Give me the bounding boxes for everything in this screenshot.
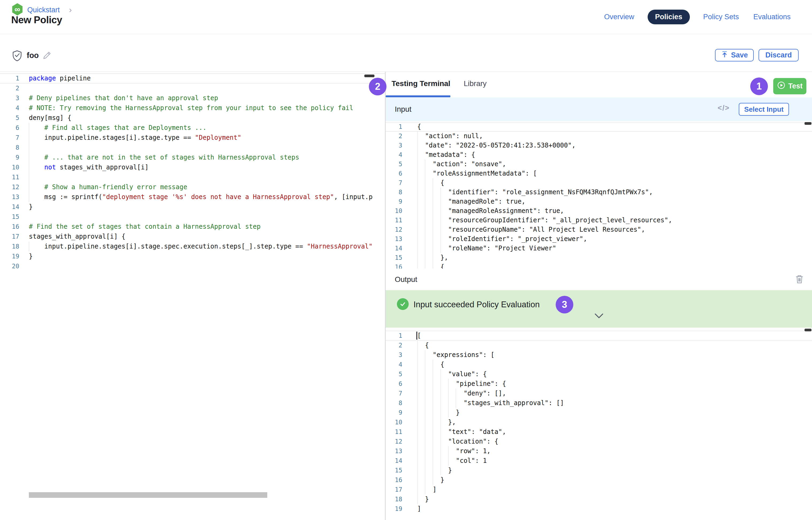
code-line[interactable]: 3 "expressions": [ <box>386 350 812 360</box>
indent-guide <box>29 172 29 182</box>
code-line[interactable]: 9 # ... that are not in the set of stage… <box>0 153 385 162</box>
code-line[interactable]: 10 }, <box>386 417 812 427</box>
code-line[interactable]: 6 "pipeline": { <box>386 379 812 389</box>
code-line[interactable]: 7 "deny": [], <box>386 389 812 398</box>
code-line[interactable]: 19] <box>386 504 812 514</box>
indent-guide <box>433 379 433 389</box>
nav-item-policy-sets[interactable]: Policy Sets <box>702 9 740 24</box>
code-line[interactable]: 19} <box>0 252 385 261</box>
code-line[interactable]: 9 "managedRole": true, <box>386 197 812 206</box>
code-line[interactable]: 14 "col": 1 <box>386 456 812 466</box>
code-line[interactable]: 4 { <box>386 360 812 369</box>
code-line[interactable]: 18 input.pipeline.stages[i].stage.spec.e… <box>0 241 385 252</box>
indent-guide <box>417 475 417 485</box>
edit-pencil-icon[interactable] <box>42 51 52 61</box>
code-line[interactable]: 8 <box>0 143 385 153</box>
indent-guide <box>425 169 425 178</box>
code-line[interactable]: 7 { <box>386 178 812 188</box>
indent-guide <box>425 216 425 225</box>
code-line[interactable]: 4# NOTE: Try removing the HarnessApprova… <box>0 103 385 113</box>
code-line[interactable]: 11 <box>0 172 385 182</box>
code-line[interactable]: 12 "location": { <box>386 437 812 446</box>
indent-guide <box>433 234 433 244</box>
code-line[interactable]: 15 } <box>386 466 812 475</box>
code-line[interactable]: 5 "value": { <box>386 369 812 379</box>
policy-code-editor[interactable]: 1package pipeline23# Deny pipelines that… <box>0 72 385 520</box>
discard-button[interactable]: Discard <box>759 49 798 61</box>
code-line[interactable]: 5 "action": "onsave", <box>386 159 812 169</box>
input-json-editor[interactable]: 1{2 "action": null,3 "date": "2022-05-05… <box>386 121 812 268</box>
code-line[interactable]: 16# Find the set of stages that contain … <box>0 222 385 232</box>
breadcrumb[interactable]: Quickstart <box>27 6 60 14</box>
output-editor-scrollbar-thumb[interactable] <box>805 329 811 331</box>
code-line[interactable]: 13 "row": 1, <box>386 446 812 456</box>
indent-guide <box>417 244 417 253</box>
code-line[interactable]: 8 "stages_with_approval": [] <box>386 398 812 408</box>
code-line[interactable]: 18 } <box>386 494 812 504</box>
code-line[interactable]: 7 input.pipeline.stages[i].stage.type ==… <box>0 133 385 143</box>
indent-guide <box>417 169 417 178</box>
code-line[interactable]: 13 msg := sprintf("deployment stage '%s'… <box>0 192 385 202</box>
nav-item-evaluations[interactable]: Evaluations <box>752 9 792 24</box>
code-line[interactable]: 6 "roleAssignmentMetadata": [ <box>386 169 812 178</box>
trash-icon[interactable] <box>795 275 804 285</box>
code-line[interactable]: 2 <box>0 83 385 93</box>
select-input-button[interactable]: Select Input <box>739 103 789 116</box>
testing-tabs: Testing Terminal Library 2 1 Test <box>386 72 812 98</box>
code-line[interactable]: 4 "metadata": { <box>386 150 812 159</box>
indent-guide <box>29 133 29 143</box>
indent-guide <box>425 234 425 244</box>
text-cursor <box>416 332 417 340</box>
code-line[interactable]: 5deny[msg] { <box>0 113 385 123</box>
code-line[interactable]: 6 # Find all stages that are Deployments… <box>0 123 385 133</box>
indent-guide <box>417 178 417 188</box>
code-line[interactable]: 9 } <box>386 408 812 417</box>
indent-guide <box>417 225 417 234</box>
code-line[interactable]: 3# Deny pipelines that don't have an app… <box>0 93 385 103</box>
code-line[interactable]: 2 "action": null, <box>386 131 812 141</box>
input-editor-scrollbar-thumb[interactable] <box>805 122 811 125</box>
code-line[interactable]: 11 "resourceGroupIdentifier": "_all_proj… <box>386 216 812 225</box>
line-number: 19 <box>0 252 19 261</box>
tab-testing-terminal[interactable]: Testing Terminal <box>391 79 450 88</box>
nav-item-overview[interactable]: Overview <box>603 9 635 24</box>
save-button[interactable]: Save <box>715 49 754 61</box>
code-line[interactable]: 15 <box>0 212 385 222</box>
code-line[interactable]: 10 not stages_with_approval[i] <box>0 162 385 172</box>
code-line[interactable]: 1[ <box>386 331 812 340</box>
code-view-icon[interactable]: </> <box>718 104 730 112</box>
line-number: 9 <box>386 408 402 417</box>
chevron-down-icon[interactable] <box>594 313 604 320</box>
code-line[interactable]: 14} <box>0 202 385 212</box>
code-line[interactable]: 11 "text": "data", <box>386 427 812 437</box>
code-line[interactable]: 17 ] <box>386 485 812 494</box>
code-line[interactable]: 12 "resourceGroupName": "All Project Lev… <box>386 225 812 234</box>
nav-item-policies[interactable]: Policies <box>648 9 690 24</box>
code-line[interactable]: 12 # Show a human-friendly error message <box>0 182 385 192</box>
line-number: 10 <box>386 206 402 216</box>
code-line[interactable]: 15 }, <box>386 253 812 262</box>
indent-guide <box>417 369 417 379</box>
code-line[interactable]: 13 "roleIdentifier": "_project_viewer", <box>386 234 812 244</box>
indent-guide <box>433 408 433 417</box>
rego-editor-scrollbar-thumb[interactable] <box>364 75 375 77</box>
code-line[interactable]: 16 } <box>386 475 812 485</box>
output-json-editor[interactable]: 1[2 {3 "expressions": [4 {5 "value": {6 … <box>386 328 812 520</box>
code-line[interactable]: 1package pipeline <box>0 74 385 83</box>
code-line[interactable]: 20 <box>0 261 385 271</box>
code-line[interactable]: 10 "managedRoleAssignment": true, <box>386 206 812 216</box>
code-line[interactable]: 2 { <box>386 340 812 350</box>
code-line[interactable]: 16 { <box>386 262 812 268</box>
line-number: 1 <box>386 331 402 340</box>
code-line[interactable]: 8 "identifier": "role_assignment_NsFQM43… <box>386 188 812 197</box>
code-line[interactable]: 3 "date": "2022-05-05T20:41:23.538+0000"… <box>386 141 812 150</box>
line-number: 4 <box>386 360 402 369</box>
tab-library[interactable]: Library <box>464 79 487 88</box>
indent-guide <box>433 389 433 398</box>
line-number: 12 <box>386 437 402 446</box>
code-line[interactable]: 1{ <box>386 122 812 131</box>
horizontal-scrollbar-thumb[interactable] <box>29 492 267 498</box>
code-line[interactable]: 14 "roleName": "Project Viewer" <box>386 244 812 253</box>
test-button[interactable]: Test <box>773 78 806 94</box>
code-line[interactable]: 17stages_with_approval[i] { <box>0 232 385 241</box>
